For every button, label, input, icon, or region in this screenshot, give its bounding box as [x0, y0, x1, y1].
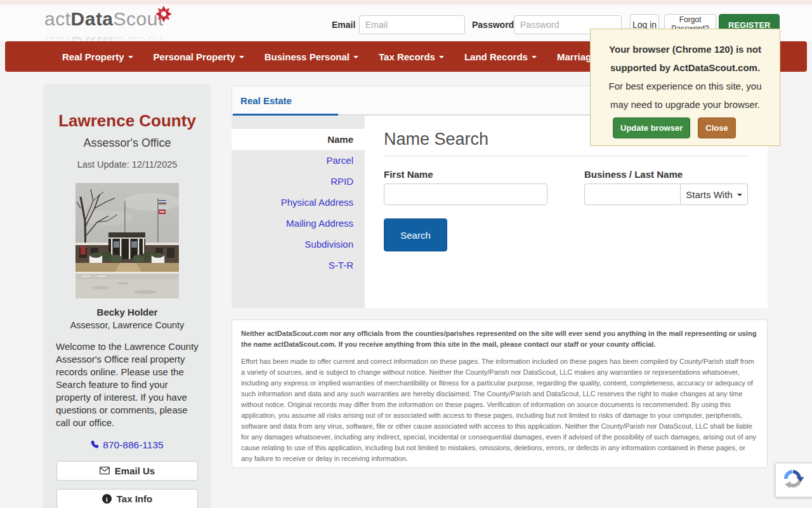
search-button[interactable]: Search — [384, 218, 447, 251]
subnav-item-str[interactable]: S-T-R — [232, 255, 365, 276]
page-title: Name Search — [384, 130, 488, 149]
mail-warning-text: Neither actDataScout.com nor any officia… — [241, 328, 758, 350]
chevron-down-icon — [239, 56, 244, 58]
title-divider — [384, 156, 749, 156]
disclaimer-card: Neither actDataScout.com nor any officia… — [232, 319, 768, 468]
nav-item-business-personal[interactable]: Business Personal — [265, 51, 358, 62]
subnav-item-subdivision[interactable]: Subdivision — [232, 234, 365, 255]
notice-body-text: For best experience on this site, you ma… — [599, 77, 771, 114]
recaptcha-icon — [782, 467, 804, 493]
county-name: Lawrence County — [43, 111, 211, 131]
subnav-item-name[interactable]: Name — [232, 129, 365, 150]
last-name-input[interactable] — [584, 184, 681, 205]
close-notice-button[interactable]: Close — [698, 117, 735, 138]
last-update: Last Update: 12/11/2025 — [43, 159, 211, 170]
site-logo[interactable]: actDataScout — [44, 8, 164, 30]
county-sidebar: Lawrence County Assessor's Office Last U… — [43, 84, 211, 508]
top-accent-strip — [0, 0, 812, 4]
assessor-office-photo — [75, 183, 179, 298]
match-mode-dropdown[interactable]: Starts With — [681, 184, 748, 205]
welcome-text: Welcome to the Lawrence County Assessor'… — [56, 340, 200, 429]
search-type-subnav: Name Parcel RPID Physical Address Mailin… — [232, 116, 365, 308]
office-name: Assessor's Office — [43, 137, 211, 150]
email-field[interactable] — [359, 15, 465, 34]
subnav-item-parcel[interactable]: Parcel — [232, 150, 365, 171]
nav-item-personal-property[interactable]: Personal Property — [154, 51, 244, 62]
nav-item-land-records[interactable]: Land Records — [464, 51, 537, 62]
chevron-down-icon — [128, 56, 133, 58]
assessor-name: Becky Holder — [43, 307, 211, 318]
last-name-label: Business / Last Name — [584, 169, 683, 180]
chevron-down-icon — [737, 194, 742, 196]
update-browser-button[interactable]: Update browser — [613, 117, 690, 138]
pinwheel-logo-icon — [154, 4, 173, 26]
tax-info-label: Tax Info — [117, 493, 152, 504]
nav-item-real-property[interactable]: Real Property — [62, 51, 133, 62]
password-label: Password — [472, 20, 514, 30]
tab-real-estate[interactable]: Real Estate — [232, 86, 300, 115]
envelope-icon — [100, 465, 110, 476]
recaptcha-badge[interactable] — [775, 463, 812, 497]
legal-disclaimer-text: Effort has been made to offer current an… — [241, 356, 758, 464]
email-label: Email — [332, 20, 355, 30]
phone-number: 870-886-1135 — [103, 439, 163, 451]
info-icon — [102, 494, 112, 504]
assessor-title: Assessor, Lawrence County — [43, 320, 211, 330]
first-name-label: First Name — [384, 169, 433, 180]
phone-link[interactable]: 870-886-1135 — [43, 439, 211, 451]
match-mode-label: Starts With — [686, 189, 732, 200]
tax-info-button[interactable]: Tax Info — [56, 489, 198, 508]
first-name-input[interactable] — [384, 184, 547, 205]
chevron-down-icon — [353, 56, 358, 58]
subnav-item-physical-address[interactable]: Physical Address — [232, 192, 365, 213]
subnav-item-mailing-address[interactable]: Mailing Address — [232, 213, 365, 234]
notice-bold-text: Your browser (Chrome 120) is not support… — [599, 40, 771, 77]
chevron-down-icon — [532, 56, 537, 58]
browser-upgrade-notice: Your browser (Chrome 120) is not support… — [590, 29, 780, 146]
nav-item-tax-records[interactable]: Tax Records — [379, 51, 444, 62]
logo-text: actDataScout — [44, 8, 164, 30]
email-us-button[interactable]: Email Us — [56, 461, 198, 481]
subnav-item-rpid[interactable]: RPID — [232, 171, 365, 192]
phone-icon — [91, 439, 99, 451]
chevron-down-icon — [439, 56, 444, 58]
email-us-label: Email Us — [115, 465, 155, 476]
